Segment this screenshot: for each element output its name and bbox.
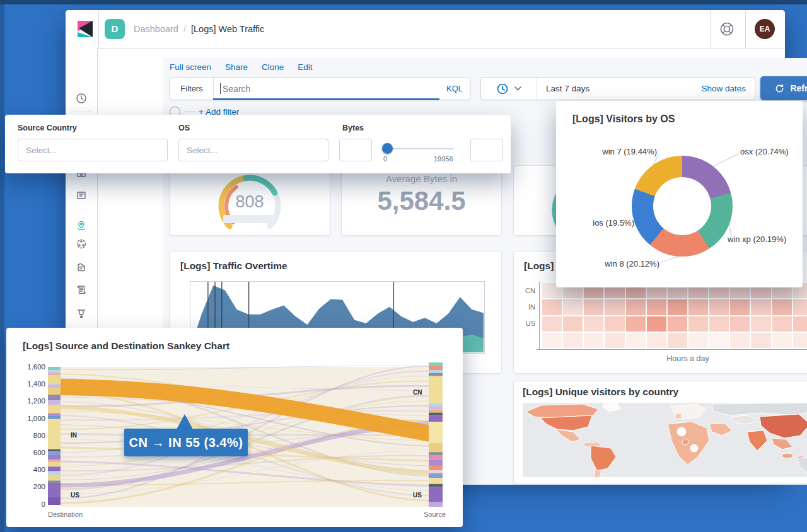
canvas-icon[interactable] [76, 190, 87, 201]
heatmap-cell[interactable] [668, 316, 687, 332]
gauge-value: 808 [212, 192, 287, 212]
sankey-node-label-us-left: US [71, 492, 79, 499]
sankey-node-label-cn: CN [413, 389, 422, 396]
input-controls-card: Source Country Select... OS Select... By… [5, 115, 511, 173]
help-icon[interactable] [719, 21, 735, 37]
unique-visitors-map-panel[interactable]: [Logs] Unique visitors by country [513, 381, 807, 484]
panel-title: [Logs] Unique visitors by country [523, 386, 678, 398]
heatmap-cell[interactable] [542, 299, 562, 315]
bytes-max-input[interactable] [470, 139, 503, 161]
heatmap-cell[interactable] [688, 333, 708, 348]
world-map[interactable] [523, 403, 807, 477]
space-avatar[interactable]: D [105, 19, 125, 39]
bytes-slider-track[interactable] [383, 148, 454, 149]
tooltip-pointer [177, 414, 193, 429]
heatmap-cell[interactable] [584, 299, 603, 315]
heatmap-cell[interactable] [668, 299, 687, 315]
clone-link[interactable]: Clone [262, 62, 284, 72]
bytes-slider-max: 19956 [434, 155, 453, 163]
bytes-slider-handle[interactable] [382, 143, 393, 154]
heatmap-cell[interactable] [793, 333, 807, 348]
refresh-button[interactable]: Refresh [760, 76, 807, 100]
heatmap-cell[interactable] [772, 316, 792, 332]
slice-label-ios[interactable]: ios (19.5%) [569, 218, 634, 228]
heatmap-cell[interactable] [793, 299, 807, 315]
heatmap-cell[interactable] [584, 316, 603, 332]
source-country-select[interactable]: Select... [18, 139, 168, 161]
os-select[interactable]: Select... [178, 139, 328, 161]
breadcrumb-dashboard[interactable]: Dashboard [134, 24, 178, 34]
heatmap-cell[interactable] [647, 316, 666, 332]
heatmap-cell[interactable] [584, 333, 603, 348]
heatmap-cell[interactable] [709, 299, 729, 315]
machine-learning-icon[interactable] [76, 238, 87, 250]
heatmap-cell[interactable] [730, 333, 750, 348]
heatmap-cell[interactable] [626, 316, 646, 332]
show-dates-link[interactable]: Show dates [701, 84, 746, 93]
logs-scroll-icon[interactable] [76, 284, 87, 296]
kql-button[interactable]: KQL [439, 78, 470, 100]
slice-label-osx[interactable]: osx (20.74%) [740, 147, 789, 156]
heatmap-cell[interactable] [751, 316, 770, 332]
share-link[interactable]: Share [225, 62, 248, 72]
heatmap-cell[interactable] [563, 316, 583, 332]
heatmap-cell[interactable] [626, 333, 646, 348]
heatmap-cell[interactable] [563, 299, 583, 315]
heatmap-cell[interactable] [709, 316, 729, 332]
heatmap-grid[interactable] [542, 283, 807, 348]
heatmap-cell[interactable] [647, 333, 666, 348]
heatmap-cell[interactable] [688, 299, 708, 315]
maps-pin-icon[interactable] [76, 220, 87, 231]
heatmap-cell[interactable] [668, 333, 687, 348]
heatmap-cell[interactable] [688, 316, 708, 332]
heatmap-cell[interactable] [542, 316, 562, 332]
kibana-logo[interactable] [76, 20, 95, 38]
recently-viewed-icon[interactable] [76, 93, 87, 104]
heatmap-cell[interactable] [709, 333, 729, 348]
breadcrumb: Dashboard/[Logs] Web Traffic [134, 10, 264, 48]
edit-link[interactable]: Edit [298, 62, 312, 72]
heatmap-cell[interactable] [542, 333, 562, 348]
refresh-icon [775, 84, 784, 93]
slice-label-win7[interactable]: win 7 (19.44%) [575, 147, 657, 156]
gauge-panel-unique-visitors[interactable]: 808 [170, 165, 330, 236]
search-input[interactable]: Search [214, 78, 439, 100]
heatmap-cell[interactable] [605, 316, 624, 332]
select-placeholder: Select... [26, 146, 57, 155]
heatmap-cell[interactable] [751, 333, 770, 348]
heatmap-cell[interactable] [751, 299, 770, 315]
heatmap-cell[interactable] [772, 299, 792, 315]
metric-title: Average Bytes in [342, 173, 501, 184]
sankey-node-label-in: IN [71, 432, 77, 439]
header-divider [745, 10, 746, 48]
heatmap-cell[interactable] [626, 299, 646, 315]
pipeline-funnel-icon[interactable] [76, 308, 87, 319]
clock-icon [496, 83, 509, 95]
sankey-card: [Logs] Source and Destination Sankey Cha… [6, 328, 463, 527]
bytes-min-input[interactable] [339, 139, 372, 161]
heatmap-cell[interactable] [605, 299, 624, 315]
full-screen-link[interactable]: Full screen [170, 62, 211, 72]
metric-panel-average-bytes[interactable]: Average Bytes in 5,584.5 [341, 165, 502, 236]
time-range-display[interactable]: Last 7 days Show dates [537, 78, 755, 100]
heatmap-cell[interactable] [793, 316, 807, 332]
time-range-value: Last 7 days [546, 84, 589, 93]
heatmap-cell[interactable] [730, 316, 750, 332]
time-picker-quick-button[interactable] [481, 78, 537, 100]
query-bar: Filters Search KQL [170, 77, 470, 100]
metric-value: 5,584.5 [342, 186, 501, 216]
slice-label-win8[interactable]: win 8 (20.12%) [581, 259, 659, 269]
heatmap-cell[interactable] [605, 333, 624, 348]
heatmap-cell[interactable] [772, 333, 792, 348]
slice-label-winxp[interactable]: win xp (20.19%) [728, 234, 786, 244]
storage-box-icon[interactable] [76, 262, 87, 273]
user-avatar[interactable]: EA [755, 19, 775, 39]
sankey-y-tick: 800 [13, 432, 45, 439]
heatmap-cell[interactable] [563, 333, 583, 348]
heatmap-cell[interactable] [647, 299, 666, 315]
heatmap-cell[interactable] [730, 299, 750, 315]
frame-edge-top [0, 0, 807, 4]
filters-button[interactable]: Filters [170, 78, 214, 100]
search-focus-underline [213, 98, 439, 100]
heatmap-row-label: US [518, 320, 535, 327]
